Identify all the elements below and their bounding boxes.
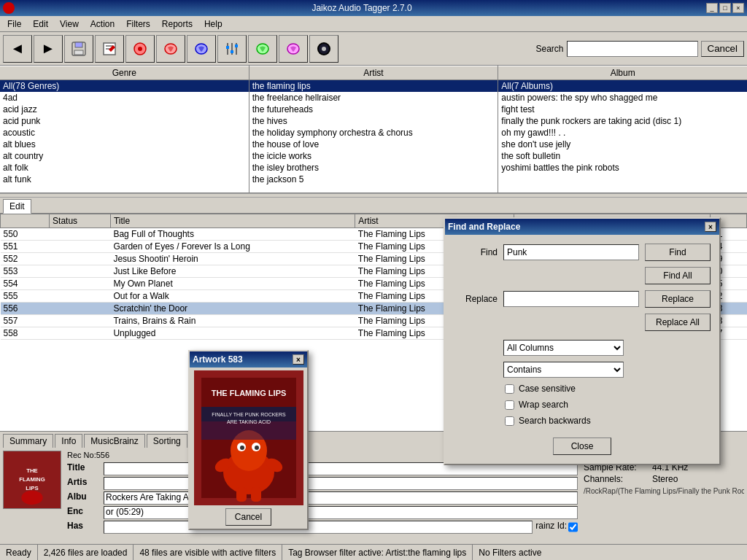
album-list[interactable]: All(7 Albums)austin powers: the spy who …: [498, 80, 747, 192]
album-item[interactable]: the soft bulletin: [498, 150, 747, 162]
find-dialog-body: Find Find Find All Replace Replace Repla…: [445, 235, 719, 464]
replace-input[interactable]: [503, 291, 639, 307]
row-title: Unplugged: [110, 327, 355, 340]
artist-item[interactable]: the isley brothers: [249, 162, 498, 174]
row-num: 557: [1, 315, 50, 327]
musicbrainz-checkbox[interactable]: [568, 521, 578, 534]
find-button[interactable]: Find: [645, 244, 711, 261]
artwork-close-button[interactable]: ×: [293, 354, 304, 365]
minimize-button[interactable]: _: [706, 3, 718, 13]
tab-sorting[interactable]: Sorting: [147, 434, 187, 448]
menu-filters[interactable]: Filters: [120, 18, 156, 31]
artist-item[interactable]: the jackson 5: [249, 174, 498, 185]
brain4-button[interactable]: [279, 35, 308, 63]
music-button[interactable]: [125, 35, 155, 63]
svg-text:ARE TAKING ACID: ARE TAKING ACID: [226, 419, 270, 424]
artwork-cancel-button[interactable]: Cancel: [225, 508, 271, 526]
album-item[interactable]: fight test: [498, 104, 747, 115]
brain1-button[interactable]: [156, 35, 185, 63]
artist-field[interactable]: [104, 477, 578, 490]
artist-item[interactable]: the flaming lips: [249, 80, 498, 92]
forward-button[interactable]: ►: [34, 35, 63, 63]
menubar: File Edit View Action Filters Reports He…: [0, 16, 747, 32]
status-visible-files: 48 files are visible with active filters: [133, 545, 282, 560]
album-item[interactable]: oh my gawd!!! . .: [498, 127, 747, 139]
case-sensitive-checkbox[interactable]: [505, 384, 514, 394]
row-status: [50, 253, 111, 265]
genre-item[interactable]: alt blues: [0, 139, 249, 150]
menu-edit[interactable]: Edit: [27, 18, 54, 31]
genre-item[interactable]: alt country: [0, 150, 249, 162]
col-title[interactable]: Title: [110, 214, 355, 228]
album-item[interactable]: All(7 Albums): [498, 80, 747, 92]
tab-musicbrainz[interactable]: MusicBrainz: [84, 434, 144, 448]
genre-item[interactable]: acid punk: [0, 115, 249, 127]
replace-all-button[interactable]: Replace All: [645, 314, 711, 331]
album-item[interactable]: austin powers: the spy who shagged me: [498, 92, 747, 104]
menu-reports[interactable]: Reports: [156, 18, 198, 31]
find-input[interactable]: [503, 244, 639, 260]
cancel-search-button[interactable]: Cancel: [701, 41, 745, 57]
menu-action[interactable]: Action: [85, 18, 120, 31]
artist-header: Artist: [249, 66, 498, 80]
back-button[interactable]: ◄: [3, 35, 32, 63]
column-select[interactable]: All Columns: [503, 340, 624, 356]
row-num: 553: [1, 265, 50, 278]
tab-summary[interactable]: Summary: [3, 434, 53, 448]
status-ready: Ready: [0, 545, 38, 560]
menu-help[interactable]: Help: [198, 18, 228, 31]
album-item[interactable]: she don't use jelly: [498, 139, 747, 150]
album-art-thumbnail: THE FLAMING LIPS: [3, 451, 61, 509]
tab-info[interactable]: Info: [55, 434, 82, 448]
genre-item[interactable]: acoustic: [0, 127, 249, 139]
artist-panel: Artist the flaming lipsthe freelance hel…: [249, 66, 499, 192]
artwork-title-text: Artwork 583: [193, 354, 243, 365]
close-button[interactable]: ×: [732, 3, 744, 13]
genre-item[interactable]: All(78 Genres): [0, 80, 249, 92]
match-select[interactable]: Contains: [503, 362, 624, 378]
artist-item[interactable]: the holiday symphony orchestra & chorus: [249, 127, 498, 139]
artist-item[interactable]: the freelance hellraiser: [249, 92, 498, 104]
svg-text:FINALLY THE PUNK ROCKERS: FINALLY THE PUNK ROCKERS: [212, 412, 286, 417]
search-input[interactable]: [567, 41, 698, 57]
album-item[interactable]: yoshimi battles the pink robots: [498, 162, 747, 174]
enc-field[interactable]: or (05:29): [104, 506, 578, 519]
row-title: Jesus Shootin' Heroin: [110, 253, 355, 265]
artist-item[interactable]: the icicle works: [249, 150, 498, 162]
genre-item[interactable]: alt folk: [0, 162, 249, 174]
svg-rect-39: [251, 487, 261, 502]
wrap-search-checkbox[interactable]: [505, 400, 514, 410]
save-button[interactable]: [64, 35, 93, 63]
artist-item[interactable]: the hives: [249, 115, 498, 127]
menu-file[interactable]: File: [1, 18, 27, 31]
find-dialog-close-button[interactable]: ×: [705, 222, 716, 232]
record-button[interactable]: [309, 35, 338, 63]
genre-list[interactable]: All(78 Genres)4adacid jazzacid punkacous…: [0, 80, 249, 192]
edit-button[interactable]: [95, 35, 124, 63]
find-label: Find: [454, 247, 498, 257]
genre-item[interactable]: 4ad: [0, 92, 249, 104]
artist-list[interactable]: the flaming lipsthe freelance hellraiser…: [249, 80, 498, 192]
brain2-button[interactable]: [187, 35, 216, 63]
has-label: Has: [67, 521, 104, 534]
genre-item[interactable]: alt funk: [0, 174, 249, 185]
has-field[interactable]: [104, 521, 533, 534]
search-backwards-checkbox[interactable]: [505, 416, 514, 426]
col-status[interactable]: Status: [50, 214, 111, 228]
maximize-button[interactable]: □: [719, 3, 731, 13]
tab-edit[interactable]: Edit: [3, 199, 31, 214]
col-num[interactable]: [1, 214, 50, 228]
album-label: Albu: [67, 491, 104, 505]
artist-item[interactable]: the futureheads: [249, 104, 498, 115]
brain3-button[interactable]: [248, 35, 277, 63]
mixer-button[interactable]: [217, 35, 247, 63]
genre-item[interactable]: acid jazz: [0, 104, 249, 115]
album-field[interactable]: Rockers Are Taking Acid (disc 1): [104, 491, 578, 505]
menu-view[interactable]: View: [54, 18, 85, 31]
find-all-button[interactable]: Find All: [645, 267, 711, 284]
artist-item[interactable]: the house of love: [249, 139, 498, 150]
row-title: Just Like Before: [110, 265, 355, 278]
album-item[interactable]: finally the punk rockers are taking acid…: [498, 115, 747, 127]
replace-button[interactable]: Replace: [645, 290, 711, 308]
find-close-button[interactable]: Close: [553, 438, 611, 455]
